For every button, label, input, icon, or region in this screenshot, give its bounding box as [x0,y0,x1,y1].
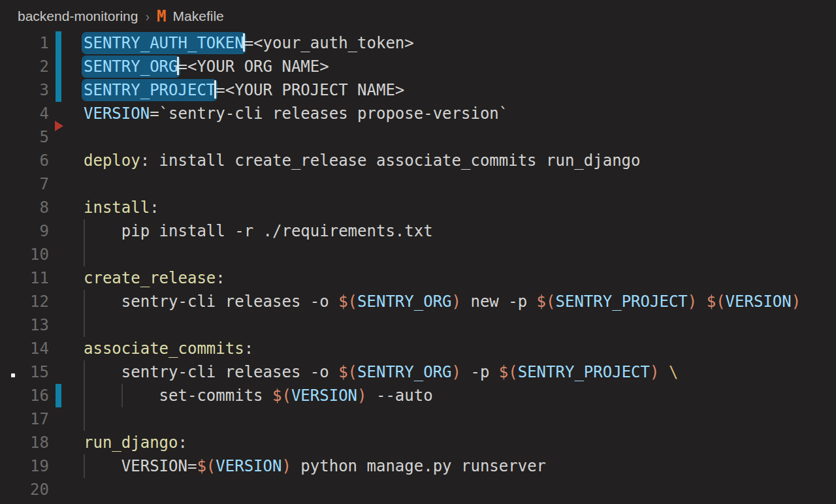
makefile-icon: M [157,8,166,24]
line-number[interactable]: 3 [0,78,49,102]
code-line[interactable]: 6deploy: install create_release associat… [0,149,836,172]
chevron-right-icon: › [144,9,150,24]
breadcrumb-folder[interactable]: backend-monitoring [18,8,138,24]
line-number[interactable]: 1 [0,31,49,55]
code-area[interactable]: 1SENTRY_AUTH_TOKEN=<your_auth_token>2SEN… [0,31,836,501]
code-line[interactable]: 15 sentry-cli releases -o $(SENTRY_ORG) … [0,360,836,384]
code-token: $( [272,386,291,405]
text-cursor [214,80,216,99]
line-number[interactable]: 5 [0,125,49,149]
code-token: associate_commits [84,339,244,358]
git-modified-indicator[interactable] [56,55,61,78]
line-number[interactable]: 17 [0,407,49,431]
code-token: $( [197,457,216,475]
code-token: sentry-cli releases -o [84,363,338,381]
text-cursor [177,57,179,75]
code-token: : [244,339,253,358]
code-token: ) [650,363,659,381]
code-token: pip install -r ./requirements.txt [84,222,433,240]
code-token: $( [537,292,556,311]
line-number[interactable]: 7 [0,172,49,196]
code-token: SENTRY_ORG [357,363,452,381]
line-number[interactable]: 6 [0,149,49,172]
code-text: VERSION=$(VERSION) python manage.py runs… [84,454,546,478]
line-number[interactable]: 4 [0,102,49,125]
code-token: ) [452,363,461,381]
line-number[interactable]: 15 [0,360,49,384]
code-token: python manage.py runserver [291,457,546,475]
breadcrumb: backend-monitoring › M Makefile [0,0,836,33]
code-text: create_release: [84,266,225,290]
code-line[interactable]: 12 sentry-cli releases -o $(SENTRY_ORG) … [0,290,836,313]
code-token: : [178,433,187,452]
line-number[interactable]: 11 [0,266,49,290]
code-token: $( [338,292,357,311]
line-number[interactable]: 18 [0,431,49,454]
code-token: new -p [461,292,537,311]
code-line[interactable]: 1SENTRY_AUTH_TOKEN=<your_auth_token> [0,31,836,55]
line-number[interactable]: 8 [0,196,49,219]
code-token: $( [707,292,726,311]
code-text: sentry-cli releases -o $(SENTRY_ORG) new… [84,290,801,313]
code-text: pip install -r ./requirements.txt [84,219,433,243]
selected-token: SENTRY_PROJECT [84,81,216,99]
code-token: =`sentry-cli releases propose-version` [150,104,508,123]
line-number[interactable]: 12 [0,290,49,313]
code-line[interactable]: 19 VERSION=$(VERSION) python manage.py r… [0,454,836,478]
code-token: SENTRY_PROJECT [518,363,650,381]
code-line[interactable]: 9 pip install -r ./requirements.txt [0,219,836,243]
text-cursor [243,33,245,52]
line-number[interactable]: 19 [0,454,49,478]
code-text: VERSION=`sentry-cli releases propose-ver… [84,102,508,125]
code-line[interactable]: 17 [0,407,836,431]
code-text: SENTRY_AUTH_TOKEN=<your_auth_token> [84,31,414,55]
code-line[interactable]: 7 [0,172,836,196]
git-modified-indicator[interactable] [56,31,61,55]
code-token: SENTRY_PROJECT [556,292,688,311]
code-token [659,363,668,381]
code-token: -p [461,363,499,381]
code-token: ) [688,292,697,311]
code-text: run_django: [84,431,187,454]
code-line[interactable]: 10 [0,243,836,266]
code-token: =<YOUR PROJECT NAME> [216,81,404,99]
git-modified-indicator[interactable] [56,384,61,407]
code-token: install [84,198,150,217]
code-line[interactable]: 11create_release: [0,266,836,290]
code-text: SENTRY_PROJECT=<YOUR PROJECT NAME> [84,78,404,102]
code-line[interactable]: 5 [0,125,836,149]
code-line[interactable]: 16 set-commits $(VERSION) --auto [0,384,836,407]
line-number[interactable]: 10 [0,243,49,266]
git-deleted-indicator[interactable] [55,121,63,131]
line-number[interactable]: 9 [0,219,49,243]
code-line[interactable]: 3SENTRY_PROJECT=<YOUR PROJECT NAME> [0,78,836,102]
code-token: SENTRY_ORG [357,292,452,311]
line-number[interactable]: 16 [0,384,49,407]
code-token: $( [338,363,357,381]
line-number[interactable]: 13 [0,313,49,337]
indent-guide [84,407,85,431]
mouse-cursor-dot [11,373,15,377]
code-token: =<your_auth_token> [244,34,414,52]
code-line[interactable]: 20 [0,478,836,501]
git-modified-indicator[interactable] [56,78,61,102]
code-token: create_release [84,269,216,287]
code-line[interactable]: 18run_django: [0,431,836,454]
code-token: : [150,198,159,217]
code-text: set-commits $(VERSION) --auto [84,384,433,407]
code-line[interactable]: 13 [0,313,836,337]
breadcrumb-file[interactable]: Makefile [173,8,224,24]
code-text: SENTRY_ORG=<YOUR ORG NAME> [84,55,329,78]
line-number[interactable]: 20 [0,478,49,501]
code-token: VERSION= [84,457,197,475]
code-token: VERSION [84,104,150,123]
code-line[interactable]: 14associate_commits: [0,337,836,360]
code-token: sentry-cli releases -o [84,292,338,311]
code-line[interactable]: 8install: [0,196,836,219]
code-line[interactable]: 4VERSION=`sentry-cli releases propose-ve… [0,102,836,125]
line-number[interactable]: 14 [0,337,49,360]
code-token: deploy [84,151,140,170]
code-line[interactable]: 2SENTRY_ORG=<YOUR ORG NAME> [0,55,836,78]
code-token: $( [499,363,518,381]
line-number[interactable]: 2 [0,55,49,78]
